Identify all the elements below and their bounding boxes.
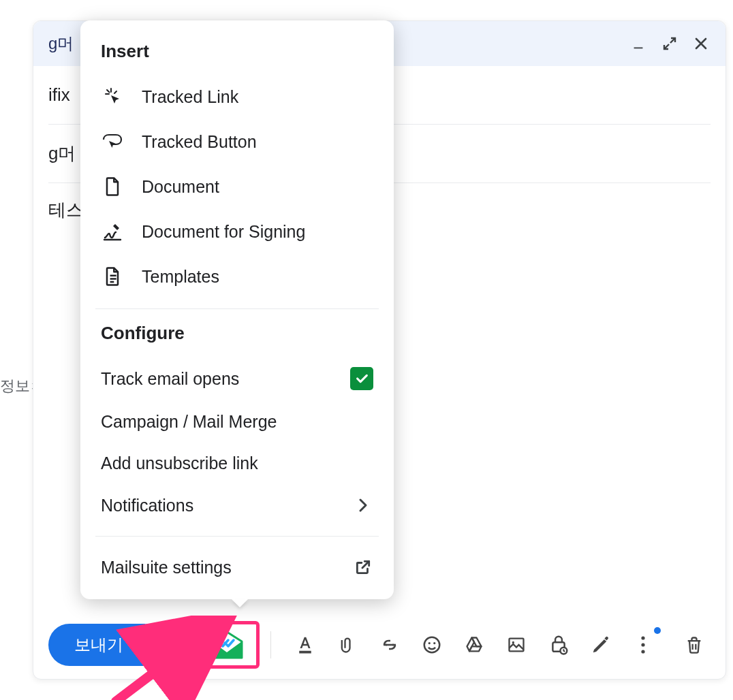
subject-value: g머 xyxy=(48,142,76,165)
svg-point-3 xyxy=(433,642,435,644)
signature-icon xyxy=(101,220,124,243)
mailsuite-popup: Insert Tracked Link Tracked Button Docum… xyxy=(80,20,394,599)
emoji-icon[interactable] xyxy=(416,629,448,661)
menu-mailsuite-settings[interactable]: Mailsuite settings xyxy=(80,546,394,588)
menu-item-label: Document xyxy=(142,177,219,197)
menu-document-signing[interactable]: Document for Signing xyxy=(80,209,394,254)
mailsuite-button[interactable] xyxy=(194,621,260,669)
checkbox-checked-icon[interactable] xyxy=(350,367,373,390)
click-burst-icon xyxy=(101,85,124,108)
menu-item-label: Mailsuite settings xyxy=(101,558,353,577)
menu-track-opens[interactable]: Track email opens xyxy=(80,356,394,401)
body-value: 테스 xyxy=(48,200,84,220)
chevron-right-icon xyxy=(353,495,373,515)
menu-notifications[interactable]: Notifications xyxy=(80,484,394,526)
text-color-icon[interactable] xyxy=(289,629,322,661)
more-icon[interactable] xyxy=(627,629,659,661)
open-external-icon xyxy=(353,557,373,577)
svg-rect-0 xyxy=(299,651,311,654)
send-more-button[interactable] xyxy=(145,624,185,666)
drive-icon[interactable] xyxy=(458,629,490,661)
menu-tracked-link[interactable]: Tracked Link xyxy=(80,74,394,119)
menu-item-label: Track email opens xyxy=(101,369,350,389)
menu-campaign[interactable]: Campaign / Mail Merge xyxy=(80,401,394,443)
toolbar-icons xyxy=(289,629,659,661)
page-icon xyxy=(101,175,124,198)
compose-subject-preview: g머 xyxy=(48,33,74,54)
link-icon[interactable] xyxy=(373,629,406,661)
menu-item-label: Document for Signing xyxy=(142,222,305,242)
menu-item-label: Tracked Link xyxy=(142,87,238,107)
menu-document[interactable]: Document xyxy=(80,164,394,209)
insert-section-title: Insert xyxy=(80,37,394,74)
menu-divider xyxy=(95,536,379,537)
configure-section-title: Configure xyxy=(80,319,394,356)
menu-item-label: Templates xyxy=(142,267,219,287)
menu-item-label: Campaign / Mail Merge xyxy=(101,412,373,432)
compose-toolbar: 보내기 xyxy=(33,618,726,672)
window-controls xyxy=(629,34,711,53)
fullscreen-button[interactable] xyxy=(660,34,679,53)
confidential-icon[interactable] xyxy=(542,629,575,661)
toolbar-separator xyxy=(270,631,271,658)
popup-tail xyxy=(232,599,248,607)
minimize-button[interactable] xyxy=(629,34,648,53)
pen-icon[interactable] xyxy=(584,629,617,661)
discard-icon[interactable] xyxy=(678,629,711,661)
menu-tracked-button[interactable]: Tracked Button xyxy=(80,119,394,164)
svg-point-9 xyxy=(641,643,644,646)
svg-point-5 xyxy=(512,641,514,643)
to-value: ifix xyxy=(48,84,70,106)
menu-templates[interactable]: Templates xyxy=(80,254,394,299)
attachment-icon[interactable] xyxy=(331,629,364,661)
image-icon[interactable] xyxy=(500,629,533,661)
notification-dot-icon xyxy=(654,627,661,634)
menu-item-label: Add unsubscribe link xyxy=(101,454,373,473)
svg-point-1 xyxy=(424,637,440,653)
svg-point-8 xyxy=(641,636,644,639)
send-label: 보내기 xyxy=(48,634,145,656)
send-button[interactable]: 보내기 xyxy=(48,624,185,666)
close-button[interactable] xyxy=(691,34,711,53)
mailsuite-envelope-icon xyxy=(208,629,246,661)
menu-unsubscribe[interactable]: Add unsubscribe link xyxy=(80,443,394,484)
template-icon xyxy=(101,265,124,288)
menu-divider xyxy=(95,308,379,309)
svg-point-10 xyxy=(641,650,644,653)
menu-item-label: Tracked Button xyxy=(142,132,257,152)
click-button-icon xyxy=(101,130,124,153)
svg-point-2 xyxy=(428,642,431,644)
menu-item-label: Notifications xyxy=(101,496,353,515)
